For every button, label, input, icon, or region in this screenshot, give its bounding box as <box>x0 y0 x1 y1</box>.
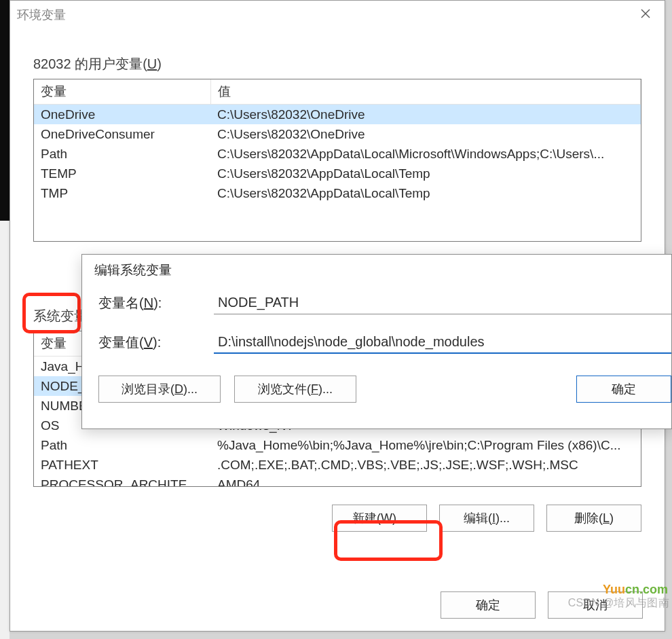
table-row[interactable]: PROCESSOR_ARCHITECTUREAMD64 <box>34 475 641 487</box>
col-header-value[interactable]: 值 <box>210 79 641 105</box>
watermark-csdn: CSDN @培风与图南 <box>568 596 669 610</box>
cell-value: C:\Users\82032\OneDrive <box>210 124 641 144</box>
cell-value: C:\Users\82032\OneDrive <box>210 105 641 125</box>
variable-name-label: 变量名(N): <box>98 294 214 312</box>
table-row[interactable]: PathC:\Users\82032\AppData\Local\Microso… <box>34 144 641 164</box>
edit-dialog-button-row: 浏览目录(D)... 浏览文件(F)... 确定 <box>82 370 671 403</box>
user-vars-listbox[interactable]: 变量 值 OneDriveC:\Users\82032\OneDriveOneD… <box>33 79 641 242</box>
system-vars-button-row: 新建(W)... 编辑(I)... 删除(L) <box>33 505 641 532</box>
cell-value: %Java_Home%\bin;%Java_Home%\jre\bin;C:\P… <box>210 435 641 455</box>
cell-variable: PROCESSOR_ARCHITECTURE <box>34 475 210 487</box>
edit-system-variable-dialog: 编辑系统变量 变量名(N): 变量值(V): 浏览目录(D)... 浏览文件(F… <box>81 254 672 429</box>
cell-variable: OneDrive <box>34 105 210 125</box>
table-row[interactable]: TEMPC:\Users\82032\AppData\Local\Temp <box>34 164 641 183</box>
col-header-variable[interactable]: 变量 <box>34 79 210 105</box>
table-row[interactable]: TMPC:\Users\82032\AppData\Local\Temp <box>34 183 641 203</box>
close-button[interactable] <box>629 1 662 29</box>
cell-variable: TMP <box>34 183 210 203</box>
table-row[interactable]: OneDriveC:\Users\82032\OneDrive <box>34 105 641 125</box>
delete-button[interactable]: 删除(L) <box>546 505 641 532</box>
edit-ok-button[interactable]: 确定 <box>576 376 671 403</box>
edit-button[interactable]: 编辑(I)... <box>439 505 534 532</box>
ok-button[interactable]: 确定 <box>441 591 536 619</box>
cell-variable: OneDriveConsumer <box>34 124 210 144</box>
new-button[interactable]: 新建(W)... <box>332 505 427 532</box>
user-vars-section-label: 82032 的用户变量(U) <box>33 55 665 73</box>
cell-variable: PATHEXT <box>34 455 210 475</box>
dialog-titlebar[interactable]: 环境变量 <box>10 1 665 29</box>
table-row[interactable]: OneDriveConsumerC:\Users\82032\OneDrive <box>34 124 641 144</box>
table-header-row[interactable]: 变量 值 <box>34 79 641 105</box>
variable-value-label: 变量值(V): <box>98 333 214 352</box>
cell-value: C:\Users\82032\AppData\Local\Temp <box>210 164 641 183</box>
background-strip <box>0 0 10 639</box>
table-row[interactable]: Path%Java_Home%\bin;%Java_Home%\jre\bin;… <box>34 435 641 455</box>
cell-value: C:\Users\82032\AppData\Local\Microsoft\W… <box>210 144 641 164</box>
cell-value: C:\Users\82032\AppData\Local\Temp <box>210 183 641 203</box>
variable-name-input[interactable] <box>214 291 671 314</box>
cell-variable: Path <box>34 435 210 455</box>
edit-dialog-title: 编辑系统变量 <box>82 255 671 291</box>
cell-value: .COM;.EXE;.BAT;.CMD;.VBS;.VBE;.JS;.JSE;.… <box>210 455 641 475</box>
browse-file-button[interactable]: 浏览文件(F)... <box>234 376 356 403</box>
watermark-site: Yuucn.com <box>603 583 668 597</box>
table-row[interactable]: PATHEXT.COM;.EXE;.BAT;.CMD;.VBS;.VBE;.JS… <box>34 455 641 475</box>
cell-variable: TEMP <box>34 164 210 183</box>
browse-directory-button[interactable]: 浏览目录(D)... <box>98 376 221 403</box>
close-icon <box>640 8 651 22</box>
dialog-title: 环境变量 <box>17 7 66 23</box>
cell-value: AMD64 <box>210 475 641 487</box>
cell-variable: Path <box>34 144 210 164</box>
variable-value-input[interactable] <box>214 331 671 354</box>
